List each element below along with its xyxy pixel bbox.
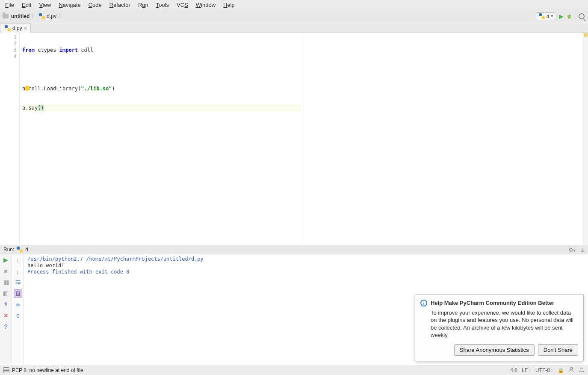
svg-rect-1 — [16, 304, 20, 306]
editor-blank — [304, 33, 583, 245]
run-button[interactable]: ▶ — [559, 13, 564, 20]
clear-all-button[interactable] — [14, 312, 22, 320]
menu-file[interactable]: File — [2, 1, 18, 9]
console-command: /usr/bin/python2.7 /home/mt/PycharmProje… — [27, 256, 585, 262]
breadcrumb: untitled 〉 d.py 〉 — [3, 12, 64, 20]
layout-button[interactable]: ▥ — [2, 289, 10, 297]
python-icon — [39, 13, 45, 19]
search-button[interactable] — [578, 12, 585, 20]
statusbar: PEP 8: no newline at end of file 4:8 LF≑… — [0, 365, 588, 375]
share-stats-button[interactable]: Share Anonymous Statistics — [454, 344, 535, 356]
popup-title: Help Make PyCharm Community Edition Bett… — [431, 300, 554, 306]
hide-panel-icon[interactable]: ⤓ — [580, 247, 585, 253]
close-button[interactable]: ✕ — [2, 312, 10, 319]
editor-tab[interactable]: d.py × — [1, 23, 31, 33]
pause-button[interactable]: ▮▮ — [2, 278, 10, 286]
line-number: 4 — [0, 54, 17, 60]
breadcrumb-sep-icon: 〉 — [58, 12, 64, 20]
up-stacktrace-button[interactable]: ↑ — [14, 256, 22, 265]
toolwindows-icon[interactable] — [3, 367, 9, 373]
warning-marker-icon[interactable] — [584, 33, 588, 37]
console-actions-column: ↑ ↓ — [12, 254, 24, 365]
menu-help[interactable]: Help — [220, 1, 238, 9]
intention-bulb-icon[interactable] — [25, 86, 30, 91]
help-button[interactable]: ? — [2, 323, 10, 330]
notifications-icon[interactable] — [579, 366, 585, 374]
svg-rect-3 — [17, 306, 19, 307]
code-editor[interactable]: from ctypes import cdll a=cdll.LoadLibra… — [20, 33, 304, 245]
dont-share-button[interactable]: Don't Share — [538, 344, 578, 356]
menubar: File Edit View Navigate Code Refactor Ru… — [0, 0, 588, 10]
search-icon — [579, 13, 585, 19]
usage-stats-popup: i Help Make PyCharm Community Edition Be… — [415, 294, 584, 361]
line-number: 2 — [0, 41, 17, 47]
divider — [575, 12, 575, 20]
menu-vcs[interactable]: VCS — [173, 1, 192, 9]
error-stripe[interactable] — [583, 33, 588, 245]
gear-icon[interactable]: ⚙▾ — [568, 247, 576, 253]
menu-edit[interactable]: Edit — [18, 1, 35, 9]
current-line-highlight — [22, 105, 301, 111]
editor-area: 1 2 3 4 from ctypes import cdll a=cdll.L… — [0, 33, 588, 245]
lock-icon[interactable]: 🔒 — [558, 367, 564, 373]
processes-icon[interactable] — [568, 366, 574, 374]
run-config-name: d — [547, 14, 549, 19]
run-panel-config-name: d — [25, 247, 28, 253]
menu-run[interactable]: Run — [135, 1, 152, 9]
caret-position[interactable]: 4:8 — [510, 367, 517, 373]
svg-point-4 — [570, 367, 572, 369]
print-button[interactable] — [14, 301, 22, 309]
breadcrumb-project[interactable]: untitled — [11, 13, 30, 19]
toolbar: untitled 〉 d.py 〉 d ▾ ▶ — [0, 10, 588, 22]
line-separator[interactable]: LF≑ — [522, 367, 531, 373]
menu-view[interactable]: View — [35, 1, 54, 9]
line-number: 3 — [0, 47, 17, 54]
menu-code[interactable]: Code — [85, 1, 105, 9]
breadcrumb-file[interactable]: d.py — [47, 13, 56, 19]
chevron-down-icon: ▾ — [551, 13, 553, 19]
run-panel: ▶ ■ ▮▮ ▥ ✕ ? ↑ ↓ /usr/bin/python2.7 /hom… — [0, 254, 588, 365]
toolbar-right: d ▾ ▶ — [536, 12, 585, 20]
console-stdout: hello world! — [27, 262, 585, 269]
python-icon — [5, 25, 11, 31]
stop-button[interactable]: ■ — [2, 267, 10, 275]
line-number: 1 — [0, 34, 17, 41]
menu-refactor[interactable]: Refactor — [106, 1, 134, 9]
folder-icon — [3, 14, 9, 18]
file-encoding[interactable]: UTF-8≑ — [535, 367, 553, 373]
editor-tabs: d.py × — [0, 22, 588, 33]
python-icon — [17, 247, 23, 253]
run-panel-label: Run: — [3, 247, 14, 253]
console-exit: Process finished with exit code 0 — [27, 269, 585, 275]
run-config-selector[interactable]: d ▾ — [536, 12, 556, 20]
status-message: PEP 8: no newline at end of file — [12, 367, 83, 373]
python-icon — [539, 13, 545, 19]
pin-button[interactable] — [2, 301, 10, 308]
info-icon: i — [420, 300, 427, 307]
svg-rect-2 — [17, 303, 19, 304]
breadcrumb-sep-icon: 〉 — [31, 12, 37, 20]
soft-wrap-button[interactable] — [14, 278, 22, 287]
menu-tools[interactable]: Tools — [153, 1, 172, 9]
run-actions-column: ▶ ■ ▮▮ ▥ ✕ ? — [0, 254, 12, 365]
menu-window[interactable]: Window — [192, 1, 219, 9]
run-panel-header: Run: d ⚙▾ ⤓ — [0, 245, 588, 254]
scroll-to-end-button[interactable] — [14, 289, 22, 298]
editor-tab-label: d.py — [12, 25, 22, 31]
debug-button[interactable] — [566, 13, 572, 19]
gutter: 1 2 3 4 — [0, 33, 20, 245]
menu-navigate[interactable]: Navigate — [55, 1, 84, 9]
close-icon[interactable]: × — [24, 25, 27, 31]
rerun-button[interactable]: ▶ — [2, 256, 10, 264]
popup-body: To improve your experience, we would lik… — [431, 309, 578, 339]
down-stacktrace-button[interactable]: ↓ — [14, 267, 22, 276]
